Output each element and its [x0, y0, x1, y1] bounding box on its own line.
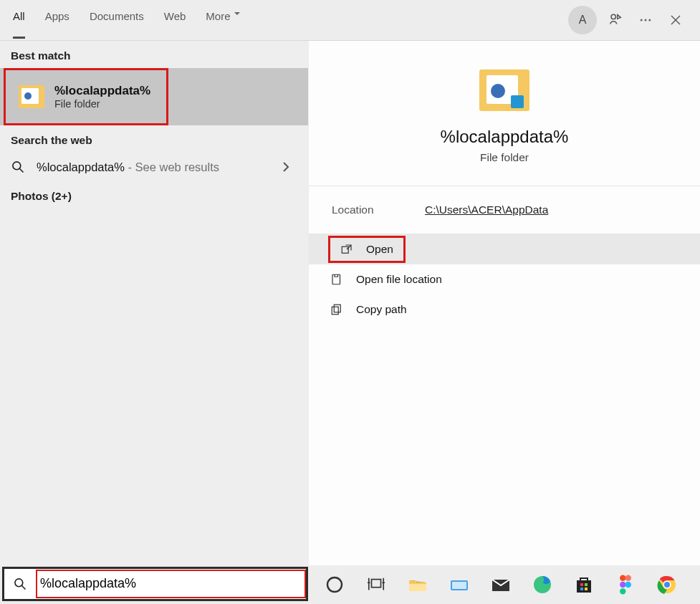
best-match-header: Best match [0, 41, 308, 68]
svg-point-22 [625, 575, 631, 580]
file-explorer-icon[interactable] [406, 572, 430, 597]
location-label: Location [332, 203, 425, 216]
best-match-subtitle: File folder [54, 98, 150, 110]
avatar[interactable]: A [568, 6, 597, 34]
open-icon [340, 243, 353, 256]
feedback-icon[interactable] [604, 9, 627, 32]
svg-rect-17 [580, 583, 583, 586]
results-pane: Best match %localappdata% File folder Se… [0, 41, 308, 565]
edge-icon[interactable] [530, 572, 555, 597]
tab-apps[interactable]: Apps [45, 10, 69, 39]
chevron-down-icon [234, 10, 241, 17]
file-location-icon [330, 273, 343, 286]
svg-point-24 [625, 582, 631, 588]
preview-title: %localappdata% [441, 127, 569, 147]
chrome-icon[interactable] [655, 572, 679, 597]
svg-rect-8 [332, 307, 338, 315]
svg-rect-6 [332, 274, 340, 284]
svg-rect-5 [342, 246, 348, 253]
location-path[interactable]: C:\Users\ACER\AppData [425, 203, 548, 216]
preview-pane: %localappdata% File folder Location C:\U… [308, 41, 700, 565]
preview-subtitle: File folder [480, 151, 529, 164]
cortana-icon[interactable] [322, 572, 347, 597]
svg-point-25 [620, 588, 625, 594]
taskbar [0, 565, 700, 604]
web-result-query: %localappdata% [37, 160, 125, 173]
action-open-file-location[interactable]: Open file location [309, 264, 700, 294]
more-options-icon[interactable] [634, 9, 657, 32]
search-icon [11, 160, 27, 174]
chevron-right-icon [282, 162, 297, 172]
svg-point-3 [648, 19, 651, 21]
photos-header[interactable]: Photos (2+) [0, 181, 308, 208]
action-copy-path-label: Copy path [356, 303, 407, 316]
mail-icon[interactable] [489, 572, 513, 597]
svg-rect-16 [577, 580, 591, 593]
svg-point-2 [645, 19, 647, 21]
best-match-title: %localappdata% [54, 84, 150, 98]
copy-icon [330, 303, 343, 316]
svg-point-1 [641, 19, 643, 21]
action-open-label: Open [366, 243, 393, 256]
location-row: Location C:\Users\ACER\AppData [309, 186, 700, 234]
svg-rect-20 [585, 588, 588, 590]
action-open-location-label: Open file location [356, 273, 442, 286]
svg-point-23 [620, 582, 625, 588]
tab-more[interactable]: More [206, 10, 240, 39]
tab-all[interactable]: All [13, 10, 25, 39]
svg-point-0 [611, 14, 615, 19]
best-match-result[interactable]: %localappdata% File folder [4, 68, 168, 125]
tab-web[interactable]: Web [164, 10, 186, 39]
svg-point-21 [620, 575, 625, 580]
svg-rect-7 [334, 305, 340, 312]
search-icon [4, 577, 36, 591]
web-result-suffix: - See web results [125, 160, 219, 173]
svg-rect-12 [409, 584, 426, 591]
svg-point-28 [664, 582, 670, 588]
figma-icon[interactable] [613, 572, 638, 597]
search-box[interactable] [2, 567, 308, 601]
action-open[interactable]: Open [309, 234, 700, 264]
svg-point-10 [327, 577, 342, 592]
svg-rect-18 [585, 583, 588, 586]
close-icon[interactable] [664, 9, 687, 32]
web-result-row[interactable]: %localappdata% - See web results [0, 153, 308, 181]
tab-documents[interactable]: Documents [90, 10, 144, 39]
search-input[interactable] [40, 571, 305, 597]
svg-rect-11 [372, 580, 381, 588]
folder-icon [19, 85, 44, 108]
search-filter-tabs: All Apps Documents Web More A [0, 0, 700, 41]
svg-point-9 [15, 578, 23, 586]
app-icon-keyboard[interactable] [447, 572, 471, 597]
svg-rect-14 [452, 582, 466, 589]
search-web-header: Search the web [0, 125, 308, 153]
svg-rect-19 [580, 588, 583, 590]
folder-icon [479, 69, 529, 111]
svg-point-4 [13, 162, 21, 170]
store-icon[interactable] [572, 572, 596, 597]
task-view-icon[interactable] [364, 572, 388, 597]
action-copy-path[interactable]: Copy path [309, 294, 700, 325]
